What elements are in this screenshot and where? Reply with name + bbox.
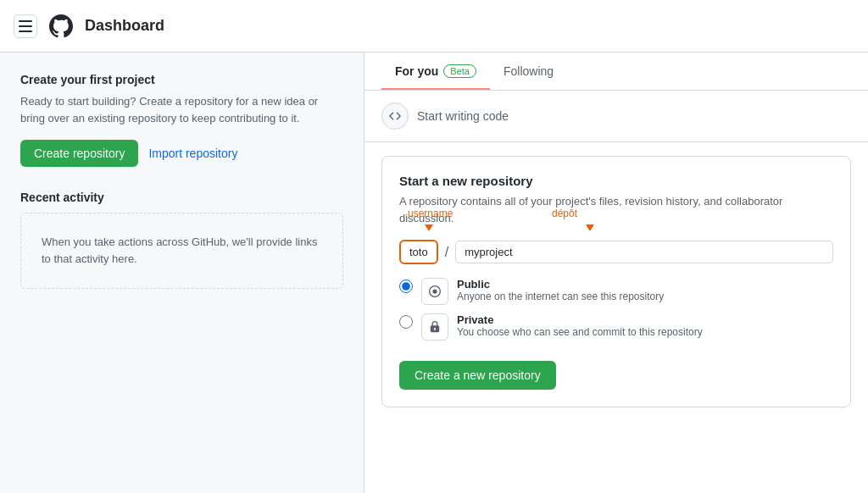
card-desc: A repository contains all of your projec… bbox=[399, 193, 833, 226]
card-title: Start a new repository bbox=[399, 174, 833, 188]
left-panel: Create your first project Ready to start… bbox=[0, 53, 364, 493]
header-title: Dashboard bbox=[85, 17, 164, 35]
recent-activity-title: Recent activity bbox=[20, 191, 343, 204]
visibility-private-option: Private You choose who can see and commi… bbox=[399, 313, 833, 341]
hamburger-menu-button[interactable] bbox=[14, 14, 37, 38]
username-box: toto bbox=[399, 240, 438, 264]
repo-name-input[interactable] bbox=[455, 241, 833, 263]
arrow-username-icon bbox=[425, 224, 433, 231]
arrow-depot-icon bbox=[586, 224, 594, 231]
section-desc: Ready to start building? Create a reposi… bbox=[20, 93, 343, 126]
beta-badge: Beta bbox=[443, 64, 476, 78]
public-desc: Anyone on the internet can see this repo… bbox=[457, 291, 664, 302]
action-buttons-row: Create repository Import repository bbox=[20, 140, 343, 167]
annotation-depot: dépôt bbox=[552, 208, 577, 219]
section-title: Create your first project bbox=[20, 73, 343, 86]
public-icon bbox=[421, 278, 448, 305]
tab-following[interactable]: Following bbox=[490, 53, 567, 90]
main-layout: Create your first project Ready to start… bbox=[0, 53, 868, 493]
private-vis-info: Private You choose who can see and commi… bbox=[457, 313, 703, 338]
app-header: Dashboard bbox=[0, 0, 868, 53]
import-repository-link[interactable]: Import repository bbox=[148, 147, 237, 160]
code-icon bbox=[381, 102, 409, 130]
create-new-repository-button[interactable]: Create a new repository bbox=[399, 361, 556, 390]
create-repository-button[interactable]: Create repository bbox=[20, 140, 138, 167]
start-writing-label: Start writing code bbox=[417, 109, 509, 123]
tabs-bar: For you Beta Following bbox=[364, 53, 868, 91]
private-desc: You choose who can see and commit to thi… bbox=[457, 326, 703, 338]
private-label: Private bbox=[457, 313, 703, 326]
private-icon bbox=[421, 313, 448, 341]
public-vis-info: Public Anyone on the internet can see th… bbox=[457, 278, 664, 302]
repo-name-row: toto / bbox=[399, 240, 833, 264]
visibility-private-radio[interactable] bbox=[399, 315, 413, 329]
repo-name-outer: username dépôt toto / bbox=[399, 240, 833, 264]
new-repo-card: Start a new repository A repository cont… bbox=[381, 156, 851, 407]
annotation-username: username bbox=[408, 208, 453, 219]
slash-separator: / bbox=[442, 245, 452, 260]
visibility-public-option: Public Anyone on the internet can see th… bbox=[399, 278, 833, 305]
right-panel: For you Beta Following Start writing cod… bbox=[364, 53, 868, 493]
public-label: Public bbox=[457, 278, 664, 291]
recent-activity-empty-text: When you take actions across GitHub, we'… bbox=[42, 235, 317, 265]
tab-for-you-label: For you bbox=[395, 64, 438, 78]
tab-for-you[interactable]: For you Beta bbox=[381, 53, 490, 90]
start-writing-row[interactable]: Start writing code bbox=[364, 91, 868, 142]
github-logo-icon bbox=[47, 13, 75, 40]
visibility-public-radio[interactable] bbox=[399, 280, 413, 293]
tab-following-label: Following bbox=[504, 64, 554, 78]
recent-activity-box: When you take actions across GitHub, we'… bbox=[20, 213, 343, 289]
